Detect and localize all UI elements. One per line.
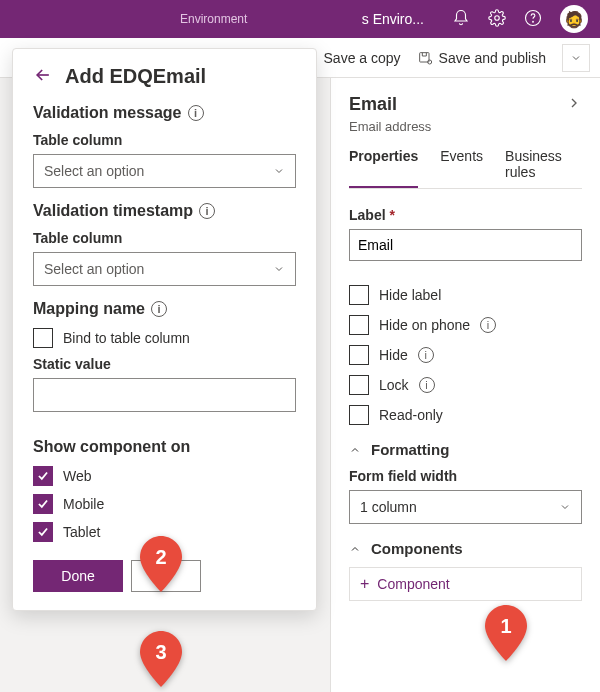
back-arrow-icon[interactable] xyxy=(33,65,53,88)
validation-message-label: Validation message xyxy=(33,104,182,122)
checkbox-icon xyxy=(349,285,369,305)
checkbox-icon xyxy=(33,494,53,514)
environment-label: Environment xyxy=(180,12,247,26)
chevron-right-icon[interactable] xyxy=(566,95,582,114)
platform-web-checkbox[interactable]: Web xyxy=(33,466,296,486)
checkbox-icon xyxy=(33,466,53,486)
callout-3: 3 xyxy=(140,631,182,687)
static-value-input[interactable] xyxy=(33,378,296,412)
platform-mobile-label: Mobile xyxy=(63,496,104,512)
pane-tabs: Properties Events Business rules xyxy=(349,148,582,189)
table-column-label-2: Table column xyxy=(33,230,296,246)
validation-timestamp-label: Validation timestamp xyxy=(33,202,193,220)
select-placeholder: Select an option xyxy=(44,163,144,179)
environment-name[interactable]: s Enviro... xyxy=(362,11,424,27)
hide-label-text: Hide label xyxy=(379,287,441,303)
formatting-accordion[interactable]: Formatting xyxy=(349,441,582,458)
panel-title: Add EDQEmail xyxy=(65,65,206,88)
lock-text: Lock xyxy=(379,377,409,393)
svg-point-2 xyxy=(533,21,534,22)
bind-to-table-checkbox[interactable]: Bind to table column xyxy=(33,328,296,348)
lock-checkbox[interactable]: Lock i xyxy=(349,375,582,395)
save-publish-button[interactable]: Save and publish xyxy=(417,50,546,66)
checkbox-icon xyxy=(33,522,53,542)
select-placeholder: Select an option xyxy=(44,261,144,277)
pane-title: Email xyxy=(349,94,397,115)
hide-on-phone-checkbox[interactable]: Hide on phone i xyxy=(349,315,582,335)
label-input[interactable] xyxy=(349,229,582,261)
hide-checkbox[interactable]: Hide i xyxy=(349,345,582,365)
info-icon[interactable]: i xyxy=(188,105,204,121)
help-icon[interactable] xyxy=(524,9,542,30)
info-icon[interactable]: i xyxy=(199,203,215,219)
info-icon[interactable]: i xyxy=(480,317,496,333)
bind-to-table-label: Bind to table column xyxy=(63,330,190,346)
properties-pane: Email Email address Properties Events Bu… xyxy=(330,78,600,692)
checkbox-icon xyxy=(349,345,369,365)
validation-timestamp-select[interactable]: Select an option xyxy=(33,252,296,286)
checkbox-icon xyxy=(33,328,53,348)
info-icon[interactable]: i xyxy=(419,377,435,393)
hide-on-phone-text: Hide on phone xyxy=(379,317,470,333)
callout-1: 1 xyxy=(485,605,527,661)
add-component-button[interactable]: + Component xyxy=(349,567,582,601)
command-overflow[interactable] xyxy=(562,44,590,72)
table-column-label-1: Table column xyxy=(33,132,296,148)
platform-tablet-label: Tablet xyxy=(63,524,100,540)
notification-icon[interactable] xyxy=(452,9,470,30)
plus-icon: + xyxy=(360,575,369,593)
done-button[interactable]: Done xyxy=(33,560,123,592)
form-field-width-label: Form field width xyxy=(349,468,582,484)
add-component-panel: Add EDQEmail Validation message i Table … xyxy=(12,48,317,611)
platform-web-label: Web xyxy=(63,468,92,484)
mapping-name-label: Mapping name xyxy=(33,300,145,318)
save-copy-label: Save a copy xyxy=(324,50,401,66)
form-field-width-select[interactable]: 1 column xyxy=(349,490,582,524)
components-accordion[interactable]: Components xyxy=(349,540,582,557)
svg-text:3: 3 xyxy=(155,641,166,663)
tab-business-rules[interactable]: Business rules xyxy=(505,148,582,188)
checkbox-icon xyxy=(349,375,369,395)
svg-point-0 xyxy=(495,15,500,20)
tab-events[interactable]: Events xyxy=(440,148,483,188)
info-icon[interactable]: i xyxy=(151,301,167,317)
validation-message-select[interactable]: Select an option xyxy=(33,154,296,188)
static-value-label: Static value xyxy=(33,356,296,372)
svg-text:2: 2 xyxy=(155,546,166,568)
app-header: Environment s Enviro... 🧔 xyxy=(0,0,600,38)
avatar[interactable]: 🧔 xyxy=(560,5,588,33)
tab-properties[interactable]: Properties xyxy=(349,148,418,188)
save-publish-label: Save and publish xyxy=(439,50,546,66)
label-field-label: Label xyxy=(349,207,386,223)
formatting-label: Formatting xyxy=(371,441,449,458)
gear-icon[interactable] xyxy=(488,9,506,30)
show-component-on-label: Show component on xyxy=(33,438,190,456)
checkbox-icon xyxy=(349,405,369,425)
width-value: 1 column xyxy=(360,499,417,515)
hide-text: Hide xyxy=(379,347,408,363)
hide-label-checkbox[interactable]: Hide label xyxy=(349,285,582,305)
info-icon[interactable]: i xyxy=(418,347,434,363)
platform-mobile-checkbox[interactable]: Mobile xyxy=(33,494,296,514)
read-only-text: Read-only xyxy=(379,407,443,423)
add-component-label: Component xyxy=(377,576,449,592)
pane-subtitle: Email address xyxy=(349,119,582,134)
read-only-checkbox[interactable]: Read-only xyxy=(349,405,582,425)
svg-text:1: 1 xyxy=(500,615,511,637)
components-label: Components xyxy=(371,540,463,557)
checkbox-icon xyxy=(349,315,369,335)
callout-2: 2 xyxy=(140,536,182,592)
